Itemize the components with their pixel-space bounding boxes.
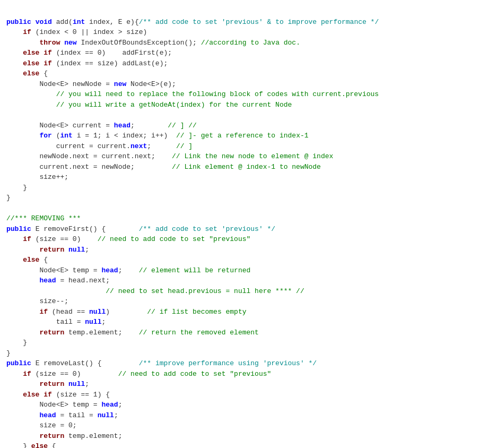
code-content: public void add(int index, E e){/** add …: [0, 4, 497, 448]
